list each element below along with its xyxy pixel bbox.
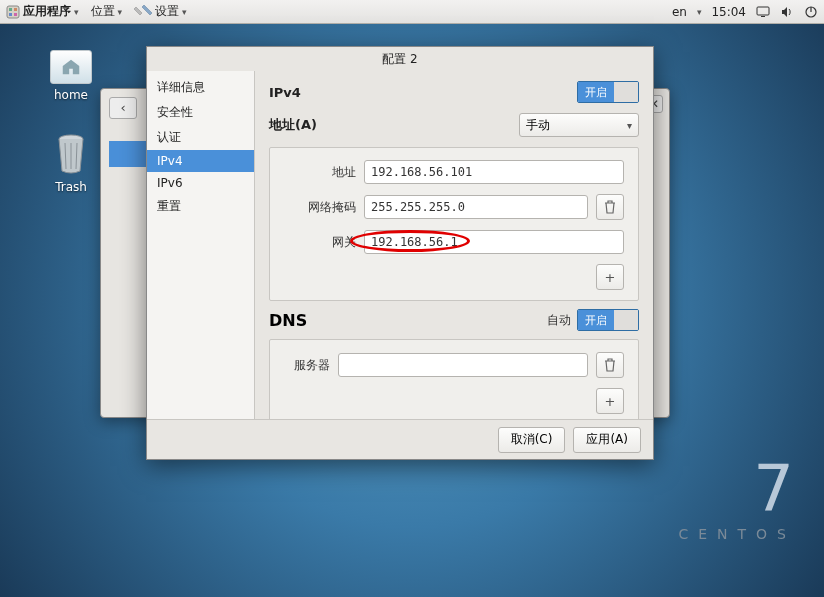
address-panel: 地址 网络掩码 网关 +	[269, 147, 639, 301]
sidebar-item-auth[interactable]: 认证	[147, 125, 254, 150]
dialog-button-row: 取消(C) 应用(A)	[147, 419, 653, 459]
add-address-button[interactable]: +	[596, 264, 624, 290]
sidebar-item-detail[interactable]: 详细信息	[147, 75, 254, 100]
plus-icon: +	[605, 270, 616, 285]
desktop-icon-home[interactable]: home	[50, 50, 92, 102]
ipv4-heading: IPv4	[269, 85, 301, 100]
svg-rect-6	[761, 16, 765, 17]
trash-icon	[52, 132, 90, 176]
chevron-down-icon: ▾	[627, 120, 632, 131]
sidebar-item-security[interactable]: 安全性	[147, 100, 254, 125]
power-icon[interactable]	[804, 5, 818, 19]
chevron-down-icon: ▾	[118, 7, 123, 17]
input-lang-indicator[interactable]: en	[672, 5, 687, 19]
menu-settings-label: 设置	[155, 3, 179, 20]
svg-rect-5	[757, 7, 769, 15]
back-button[interactable]: ‹	[109, 97, 137, 119]
menu-places-label: 位置	[91, 3, 115, 20]
address-input[interactable]	[364, 160, 624, 184]
settings-hammer-icon	[134, 5, 152, 19]
desktop-icon-home-label: home	[54, 88, 88, 102]
dns-auto-label: 自动	[547, 312, 571, 329]
menu-applications[interactable]: 应用程序 ▾	[6, 3, 79, 20]
delete-dns-button[interactable]	[596, 352, 624, 378]
ipv4-toggle-on-label: 开启	[578, 82, 614, 102]
plus-icon: +	[605, 394, 616, 409]
volume-icon[interactable]	[780, 5, 794, 19]
trash-icon	[604, 358, 616, 372]
dns-heading: DNS	[269, 311, 307, 330]
menu-settings[interactable]: 设置 ▾	[134, 3, 187, 20]
svg-rect-3	[9, 13, 12, 16]
centos-brand: 7 CENTOS	[678, 452, 796, 542]
home-folder-icon	[50, 50, 92, 84]
delete-address-button[interactable]	[596, 194, 624, 220]
addresses-heading: 地址(A)	[269, 116, 317, 134]
menu-applications-label: 应用程序	[23, 4, 71, 18]
svg-rect-4	[14, 13, 17, 16]
trash-icon	[604, 200, 616, 214]
dns-server-label: 服务器	[284, 357, 330, 374]
gateway-label: 网关	[284, 234, 356, 251]
chevron-down-icon: ▾	[697, 7, 702, 17]
apply-button[interactable]: 应用(A)	[573, 427, 641, 453]
display-icon[interactable]	[756, 5, 770, 19]
gateway-input[interactable]	[364, 230, 624, 254]
dialog-title: 配置 2	[147, 47, 653, 71]
chevron-down-icon: ▾	[74, 7, 79, 17]
sidebar-item-ipv6[interactable]: IPv6	[147, 172, 254, 194]
netmask-label: 网络掩码	[284, 199, 356, 216]
centos-version: 7	[678, 452, 796, 526]
ipv4-toggle-handle	[614, 82, 638, 102]
svg-rect-2	[14, 8, 17, 11]
dns-panel: 服务器 +	[269, 339, 639, 419]
svg-rect-1	[9, 8, 12, 11]
desktop-icons: home Trash	[50, 50, 92, 194]
dialog-content: IPv4 开启 地址(A) 手动 ▾ 地址	[255, 71, 653, 419]
add-dns-button[interactable]: +	[596, 388, 624, 414]
dns-server-input[interactable]	[338, 353, 588, 377]
centos-word: CENTOS	[678, 526, 796, 542]
top-menubar: 应用程序 ▾ 位置 ▾ 设置 ▾ en ▾ 15:04	[0, 0, 824, 24]
config-dialog: 配置 2 详细信息 安全性 认证 IPv4 IPv6 重置 IPv4 开启 地址…	[146, 46, 654, 460]
cancel-button[interactable]: 取消(C)	[498, 427, 566, 453]
svg-rect-0	[7, 6, 19, 18]
address-method-dropdown[interactable]: 手动 ▾	[519, 113, 639, 137]
clock[interactable]: 15:04	[711, 5, 746, 19]
desktop-icon-trash[interactable]: Trash	[52, 132, 90, 194]
dns-auto-toggle[interactable]: 开启	[577, 309, 639, 331]
menu-places[interactable]: 位置 ▾	[91, 3, 123, 20]
apps-icon	[6, 5, 20, 19]
address-method-value: 手动	[526, 117, 550, 134]
sidebar-item-ipv4[interactable]: IPv4	[147, 150, 254, 172]
ipv4-toggle[interactable]: 开启	[577, 81, 639, 103]
network-list-selection	[109, 141, 149, 167]
dns-toggle-on-label: 开启	[578, 310, 614, 330]
netmask-input[interactable]	[364, 195, 588, 219]
chevron-down-icon: ▾	[182, 7, 187, 17]
dialog-sidebar: 详细信息 安全性 认证 IPv4 IPv6 重置	[147, 71, 255, 419]
sidebar-item-reset[interactable]: 重置	[147, 194, 254, 219]
dns-toggle-handle	[614, 310, 638, 330]
desktop-icon-trash-label: Trash	[55, 180, 87, 194]
address-label: 地址	[284, 164, 356, 181]
